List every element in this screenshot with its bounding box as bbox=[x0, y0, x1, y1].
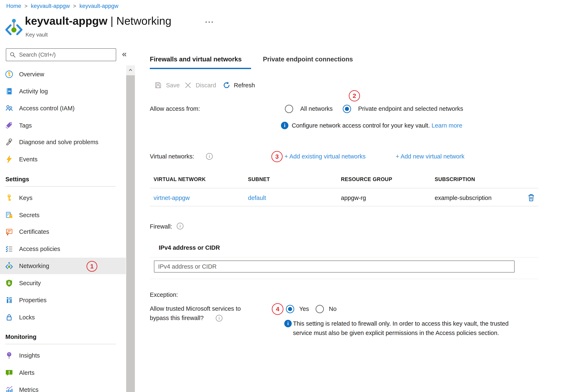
sidebar-heading-monitoring: Monitoring bbox=[6, 334, 37, 340]
discard-button[interactable]: Discard bbox=[196, 82, 216, 89]
azure-portal-networking-page: Home > keyvault-appgw > keyvault-appgw k… bbox=[0, 0, 582, 392]
trusted-services-yes-label[interactable]: Yes bbox=[299, 306, 309, 312]
shield-icon bbox=[5, 279, 13, 287]
discard-icon bbox=[184, 81, 192, 89]
refresh-button[interactable]: Refresh bbox=[234, 82, 255, 89]
sidebar-scrollbar[interactable] bbox=[126, 65, 135, 392]
tags-icon bbox=[5, 121, 13, 130]
add-new-vnet-link[interactable]: + Add new virtual network bbox=[396, 153, 464, 160]
lightbulb-icon bbox=[5, 351, 13, 360]
virtual-networks-label: Virtual networks: bbox=[150, 153, 194, 160]
exception-label: Exception: bbox=[150, 292, 178, 298]
lightning-icon bbox=[5, 155, 13, 164]
sidebar-item-secrets[interactable]: Secrets bbox=[0, 207, 126, 224]
trusted-services-tooltip-icon[interactable]: i bbox=[216, 315, 222, 322]
private-endpoint-label[interactable]: Private endpoint and selected networks bbox=[358, 105, 463, 112]
alert-bubble-icon bbox=[5, 368, 13, 377]
tab-firewalls-and-virtual-networks[interactable]: Firewalls and virtual networks bbox=[150, 56, 242, 63]
sidebar-item-access-policies[interactable]: Access policies bbox=[0, 240, 126, 257]
active-tab-underline bbox=[150, 68, 251, 69]
metrics-chart-icon bbox=[5, 386, 13, 392]
sidebar-item-properties[interactable]: Properties bbox=[0, 292, 126, 308]
sidebar-item-tags[interactable]: Tags bbox=[0, 117, 126, 134]
search-input[interactable] bbox=[19, 52, 105, 58]
divider bbox=[6, 186, 116, 187]
page-title: keyvault-appgw | Networking bbox=[25, 14, 171, 27]
secrets-icon bbox=[5, 211, 13, 219]
all-networks-radio[interactable] bbox=[285, 105, 293, 113]
sidebar-item-overview[interactable]: Overview bbox=[0, 66, 126, 82]
breadcrumb: Home > keyvault-appgw > keyvault-appgw bbox=[6, 3, 118, 9]
trusted-services-info-text: This setting is related to firewall only… bbox=[293, 319, 521, 338]
collapse-sidebar-icon[interactable]: « bbox=[122, 49, 127, 59]
wrench-icon bbox=[5, 138, 13, 146]
column-header-resource-group: RESOURCE GROUP bbox=[341, 176, 392, 182]
breadcrumb-page-link[interactable]: keyvault-appgw bbox=[80, 3, 119, 9]
annotation-2: 2 bbox=[349, 90, 360, 102]
key-vault-icon bbox=[4, 18, 24, 38]
trusted-services-question-line2: bypass this firewall? bbox=[150, 315, 204, 322]
save-button[interactable]: Save bbox=[166, 82, 180, 89]
column-header-subscription: SUBSCRIPTION bbox=[435, 176, 475, 182]
page-title-section: Networking bbox=[116, 15, 171, 27]
breadcrumb-resource-link[interactable]: keyvault-appgw bbox=[31, 3, 70, 9]
private-endpoint-radio[interactable] bbox=[343, 105, 351, 113]
divider bbox=[150, 279, 538, 279]
refresh-icon bbox=[223, 81, 231, 89]
subnet-cell-link[interactable]: default bbox=[248, 194, 266, 202]
sidebar-item-networking[interactable]: Networking bbox=[0, 258, 126, 274]
access-control-icon bbox=[5, 104, 13, 112]
column-header-subnet: SUBNET bbox=[248, 176, 270, 182]
trusted-services-no-radio[interactable] bbox=[316, 305, 324, 313]
certificate-icon bbox=[5, 228, 13, 236]
delete-vnet-icon[interactable] bbox=[526, 193, 536, 202]
key-icon bbox=[5, 194, 13, 202]
add-existing-vnet-link[interactable]: + Add existing virtual networks bbox=[284, 153, 366, 160]
sidebar-item-metrics[interactable]: Metrics bbox=[0, 382, 126, 392]
trusted-services-yes-radio[interactable] bbox=[286, 305, 294, 313]
sidebar-item-access-control[interactable]: Access control (IAM) bbox=[0, 100, 126, 116]
annotation-4: 4 bbox=[272, 303, 283, 315]
divider bbox=[150, 206, 538, 206]
properties-icon bbox=[5, 296, 13, 304]
sidebar-item-insights[interactable]: Insights bbox=[0, 347, 126, 364]
overview-icon bbox=[5, 70, 13, 78]
sidebar-item-security[interactable]: Security bbox=[0, 275, 126, 292]
info-icon: i bbox=[284, 320, 292, 327]
virtual-networks-tooltip-icon[interactable]: i bbox=[206, 153, 213, 160]
tab-private-endpoint-connections[interactable]: Private endpoint connections bbox=[263, 56, 353, 63]
lock-icon bbox=[5, 313, 13, 322]
trusted-services-no-label[interactable]: No bbox=[329, 306, 337, 312]
network-access-info-text: Configure network access control for you… bbox=[292, 122, 462, 129]
ipv4-column-header: IPv4 address or CIDR bbox=[159, 244, 220, 251]
sidebar-search bbox=[6, 48, 116, 61]
allow-access-label: Allow access from: bbox=[150, 105, 200, 112]
vnet-cell-link[interactable]: virtnet-appgw bbox=[154, 194, 190, 202]
checklist-icon bbox=[5, 245, 13, 253]
more-button[interactable]: … bbox=[204, 14, 215, 25]
trusted-services-question-line1: Allow trusted Microsoft services to bbox=[150, 305, 241, 312]
divider bbox=[150, 188, 538, 188]
page-subtitle: Key vault bbox=[26, 32, 48, 38]
scrollbar-thumb[interactable] bbox=[126, 75, 135, 392]
sidebar-item-diagnose[interactable]: Diagnose and solve problems bbox=[0, 134, 126, 150]
all-networks-label[interactable]: All networks bbox=[300, 105, 333, 112]
resource-group-cell: appgw-rg bbox=[341, 194, 366, 202]
search-icon bbox=[10, 52, 16, 58]
activity-log-icon bbox=[5, 87, 13, 96]
learn-more-link[interactable]: Learn more bbox=[432, 122, 462, 129]
breadcrumb-home-link[interactable]: Home bbox=[6, 3, 21, 9]
sidebar-item-locks[interactable]: Locks bbox=[0, 309, 126, 326]
sidebar-item-events[interactable]: Events bbox=[0, 151, 126, 168]
firewall-tooltip-icon[interactable]: i bbox=[177, 223, 183, 230]
sidebar-item-alerts[interactable]: Alerts bbox=[0, 364, 126, 381]
sidebar-item-keys[interactable]: Keys bbox=[0, 190, 126, 206]
breadcrumb-separator-icon: > bbox=[25, 3, 28, 9]
scrollbar-up-icon[interactable] bbox=[126, 65, 135, 75]
ipv4-input[interactable] bbox=[154, 260, 514, 272]
sidebar-item-activity-log[interactable]: Activity log bbox=[0, 83, 126, 100]
subscription-cell: example-subscription bbox=[435, 194, 491, 202]
annotation-3: 3 bbox=[271, 151, 283, 162]
sidebar-item-certificates[interactable]: Certificates bbox=[0, 224, 126, 240]
annotation-1: 1 bbox=[87, 261, 97, 272]
